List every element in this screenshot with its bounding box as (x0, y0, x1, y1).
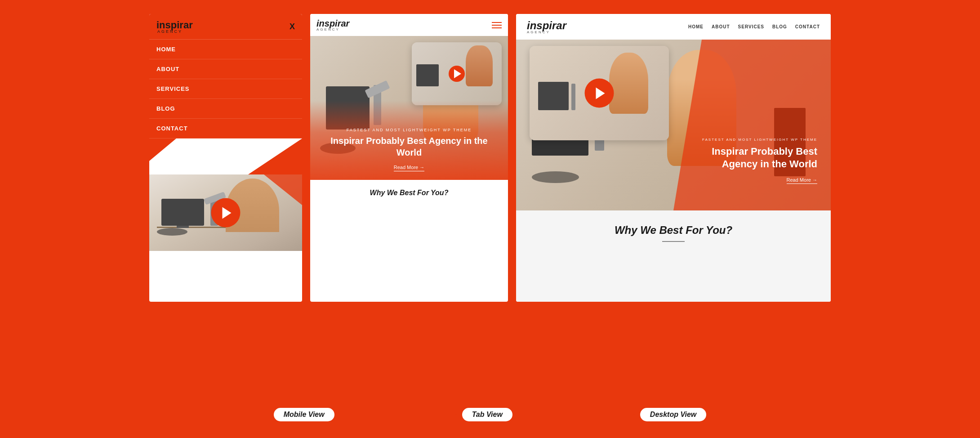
desk-headphones (532, 171, 579, 183)
mobile-screen: inspirar AGENCY X HOME ABOUT SERVICES BL… (149, 14, 302, 302)
mobile-menu-items: HOME ABOUT SERVICES BLOG CONTACT (149, 40, 302, 139)
hamburger-line-2 (492, 25, 502, 26)
mobile-menu-about[interactable]: ABOUT (149, 59, 302, 79)
hamburger-line-1 (492, 22, 502, 23)
monitor-shape (161, 199, 204, 226)
tab-video-thumbnail (412, 42, 502, 105)
monitor-stand (177, 226, 189, 228)
mobile-view-pill: Mobile View (273, 407, 335, 422)
tab-why-title: Why We Best For You? (319, 189, 499, 197)
tab-header: inspirar AGENCY (310, 14, 508, 36)
desktop-hero-subtitle: FASTEST AND MOST LIGHTWEIGHT WP THEME (691, 138, 817, 142)
desktop-why-section: Why We Best For You? (516, 210, 831, 302)
arrow-mobile-to-tab (335, 408, 461, 421)
desktop-hero-background: FASTEST AND MOST LIGHTWEIGHT WP THEME In… (516, 40, 831, 210)
svg-marker-3 (628, 412, 635, 417)
desktop-nav-blog[interactable]: BLOG (772, 24, 787, 29)
dv-monitor (538, 82, 569, 110)
tab-hero-subtitle: FASTEST AND MOST LIGHTWEIGHT WP THEME (319, 128, 499, 132)
desktop-video-thumbnail (530, 46, 669, 140)
mobile-white-gap (149, 139, 302, 174)
tab-hero: FASTEST AND MOST LIGHTWEIGHT WP THEME In… (310, 36, 508, 180)
mobile-menu-home[interactable]: HOME (149, 40, 302, 59)
why-divider (662, 241, 685, 242)
labels-row: Mobile View Tab View Desktop View (15, 401, 965, 424)
mobile-orange-corner-right (248, 139, 302, 174)
desktop-screen: inspirar AGENCY HOME ABOUT SERVICES BLOG… (516, 14, 831, 302)
mobile-nav: inspirar AGENCY X HOME ABOUT SERVICES BL… (149, 14, 302, 139)
tab-view-label-group: Tab View (461, 407, 513, 422)
tab-hero-background: FASTEST AND MOST LIGHTWEIGHT WP THEME In… (310, 36, 508, 180)
desktop-header: inspirar AGENCY HOME ABOUT SERVICES BLOG… (516, 14, 831, 40)
desktop-view-label-group: Desktop View (639, 407, 707, 422)
desktop-nav: HOME ABOUT SERVICES BLOG CONTACT (688, 24, 820, 29)
desktop-why-title: Why We Best For You? (530, 224, 817, 237)
arrow-tab-to-desktop (513, 408, 639, 421)
desktop-nav-home[interactable]: HOME (688, 24, 704, 29)
desktop-hero: FASTEST AND MOST LIGHTWEIGHT WP THEME In… (516, 40, 831, 210)
desktop-nav-contact[interactable]: CONTACT (795, 24, 820, 29)
mobile-orange-corner-left (149, 139, 194, 161)
desktop-hero-title: Inspirar Probably Best Agency in the Wor… (691, 145, 817, 171)
svg-marker-1 (450, 412, 457, 417)
desktop-read-more[interactable]: Read More → (787, 177, 817, 184)
mobile-menu-contact[interactable]: CONTACT (149, 119, 302, 139)
mobile-menu-services[interactable]: SERVICES (149, 79, 302, 99)
dv-person (609, 53, 648, 114)
mini-monitor (416, 64, 439, 86)
tab-why-section: Why We Best For You? (310, 180, 508, 206)
tab-read-more[interactable]: Read More → (394, 165, 424, 171)
tab-view-pill: Tab View (461, 407, 513, 422)
hamburger-line-3 (492, 27, 502, 28)
desktop-video-play[interactable] (585, 79, 614, 108)
headphones (157, 228, 187, 236)
desktop-hero-text: FASTEST AND MOST LIGHTWEIGHT WP THEME In… (691, 138, 817, 183)
dv-lamp (571, 84, 575, 110)
mobile-view-label-group: Mobile View (273, 407, 335, 422)
mini-person (466, 45, 493, 86)
tab-screen: inspirar AGENCY (310, 14, 508, 302)
mobile-menu-blog[interactable]: BLOG (149, 99, 302, 119)
tab-hero-title: Inspirar Probably Best Agency in the Wor… (319, 135, 499, 158)
desktop-nav-services[interactable]: SERVICES (738, 24, 764, 29)
tab-video-play[interactable] (449, 66, 465, 82)
desktop-nav-about[interactable]: ABOUT (712, 24, 730, 29)
mobile-logo: inspirar AGENCY (156, 19, 193, 34)
tab-hero-content: FASTEST AND MOST LIGHTWEIGHT WP THEME In… (310, 128, 508, 171)
hamburger-menu[interactable] (492, 22, 502, 28)
mobile-nav-header: inspirar AGENCY X (149, 14, 302, 40)
screens-container: inspirar AGENCY X HOME ABOUT SERVICES BL… (15, 14, 965, 401)
mobile-play-button[interactable] (211, 198, 241, 228)
tab-logo: inspirar AGENCY (316, 18, 349, 31)
close-button[interactable]: X (290, 22, 295, 31)
mobile-hero-image (149, 174, 302, 251)
outer-container: inspirar AGENCY X HOME ABOUT SERVICES BL… (9, 8, 971, 430)
desktop-view-pill: Desktop View (639, 407, 707, 422)
desktop-logo: inspirar AGENCY (527, 19, 566, 34)
